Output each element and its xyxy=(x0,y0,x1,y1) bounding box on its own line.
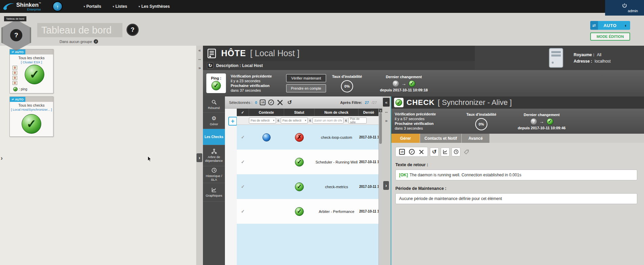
reload-icon[interactable]: ↻ xyxy=(207,62,213,69)
arrow-right-icon: → xyxy=(539,119,544,124)
auto-label: AUTO xyxy=(598,21,622,30)
widget-synchronizer[interactable]: ⇄ AUTO Tous les checks [ Local Host/Sync… xyxy=(9,96,53,137)
auto-badge[interactable]: ⇄ AUTO xyxy=(10,97,25,102)
edit-mode-button[interactable]: MODE ÉDITION xyxy=(590,32,630,41)
next-check-label: Prochaine vérification xyxy=(231,83,281,88)
page-title: Tableau de bord xyxy=(37,23,122,37)
column-contexte[interactable]: Contexte xyxy=(249,109,284,116)
row-select-check[interactable]: ✓ xyxy=(241,209,245,214)
menu-listes[interactable]: ▾ Listes xyxy=(113,4,127,9)
widget-cluster-esx[interactable]: ⇄ AUTO Tous les checks [ Cluster ESX ] 0… xyxy=(9,49,53,93)
check-date: 2017-10-11 1... xyxy=(359,125,379,150)
add-check-button[interactable]: + xyxy=(228,117,237,126)
flapping-value: 0% xyxy=(341,80,353,92)
row-select-check[interactable]: ✓ xyxy=(241,159,245,164)
shinken-logo[interactable]: Shinken™ Enterprise xyxy=(3,2,41,11)
prev-check-label: Vérification précédente xyxy=(231,74,281,79)
help-button[interactable]: ? xyxy=(127,24,139,36)
schedule-downtime-icon[interactable]: 15 xyxy=(399,149,405,155)
graph-icon[interactable] xyxy=(441,148,450,156)
acknowledge-icon[interactable]: ✓ xyxy=(268,100,274,105)
collapse-right-icon[interactable]: » xyxy=(383,118,390,123)
history-clock-icon[interactable] xyxy=(452,148,460,156)
auto-badge[interactable]: ⇄ AUTO xyxy=(10,49,25,54)
tag-icon[interactable] xyxy=(464,149,469,155)
auto-refresh-button[interactable]: ⇄ AUTO ◐ xyxy=(590,21,630,30)
tab-graphiques[interactable]: Graphiques xyxy=(203,183,225,202)
scroll-up-icon[interactable]: ▲ xyxy=(379,109,382,112)
check-name[interactable]: check-loop-custom xyxy=(315,125,359,150)
menu-syntheses-label: Les Synthèses xyxy=(141,4,170,9)
check-detail-panel: « ⇔ » › ✓ CHECK [ Synchronizer - Alive ]… xyxy=(382,96,644,265)
top-navbar: Shinken™ Enterprise ↑ ▾ Portails ▾ Liste… xyxy=(0,0,644,13)
username-label: admin xyxy=(628,9,638,13)
resize-horizontal-icon[interactable]: ⇔ xyxy=(383,109,390,114)
column-dernier[interactable]: Derniè xyxy=(359,109,379,116)
widget-target-link[interactable]: [ Cluster ESX ] xyxy=(10,60,53,64)
tab-historique-sla[interactable]: Historique / SLA xyxy=(203,166,225,183)
checks-toolbar: Sélectionnés : 0 15 ✓ ↺ Après Filtre: 27… xyxy=(225,96,382,109)
host-icon xyxy=(206,48,217,59)
widget-target-link[interactable]: [ Local Host/Synchronizer... ] xyxy=(10,108,53,111)
user-menu[interactable]: admin xyxy=(605,0,644,16)
acknowledge-icon[interactable]: ✓ xyxy=(409,149,415,155)
auto-badge-label: AUTO xyxy=(15,98,23,101)
tools-icon[interactable] xyxy=(419,149,424,155)
status-filter-select[interactable]: Pas de sélecti ▾ xyxy=(281,117,308,124)
tab-label: Arbre de dépendance xyxy=(204,155,224,162)
collapse-left-icon[interactable]: « xyxy=(383,98,390,107)
table-row[interactable]: ✓ ✗ check-loop-custom 2017-10-11 1... xyxy=(237,125,379,150)
tab-resume[interactable]: Résumé xyxy=(203,96,225,113)
expand-panel-handle[interactable]: › xyxy=(197,153,202,162)
date-filter-select[interactable]: Pas de séle xyxy=(348,117,367,124)
tools-icon[interactable] xyxy=(277,99,283,106)
reset-icon[interactable]: ↺ xyxy=(430,148,439,156)
row-select-check[interactable]: ✓ xyxy=(241,184,245,189)
table-scrollbar[interactable]: ▲ xyxy=(378,109,382,265)
table-row[interactable]: ✓ ✓ Scheduler - Running Well 2017-10-11 … xyxy=(237,150,379,174)
tab-gerer[interactable]: ⚙ Gérer xyxy=(203,113,225,129)
check-header: ✓ CHECK [ Synchronizer - Alive ] xyxy=(391,96,644,109)
check-name[interactable]: Arbiter - Performance xyxy=(315,199,359,224)
hexagon-help-icon[interactable]: ? xyxy=(10,29,22,41)
tab-gerer[interactable]: Gérer xyxy=(391,134,420,143)
menu-syntheses[interactable]: ▾ Les Synthèses xyxy=(139,4,170,9)
menu-portails[interactable]: ▾ Portails xyxy=(84,4,101,9)
ping-status-box[interactable]: Ping : ✓ xyxy=(206,73,226,93)
table-filter-row: Pas de sélecti ▾ & Pas de sélecti ▾ & & … xyxy=(237,116,379,125)
collapse-right-icon[interactable]: » xyxy=(196,65,203,70)
name-filter-input[interactable] xyxy=(313,117,344,124)
widget-title: Tous les checks xyxy=(10,56,53,60)
tab-arbre-dependance[interactable]: Arbre de dépendance xyxy=(203,145,225,166)
expand-left-panel-icon[interactable]: › xyxy=(1,155,3,162)
check-now-button[interactable]: Vérifier maintenant xyxy=(286,74,326,82)
scrollbar-thumb[interactable] xyxy=(379,113,382,144)
check-name[interactable]: check-metrics xyxy=(315,174,359,199)
tab-avance[interactable]: Avancé xyxy=(462,134,489,143)
reset-icon[interactable]: ↺ xyxy=(286,99,293,106)
table-row[interactable]: ✓ ✓ Arbiter - Performance 2017-10-11 1..… xyxy=(237,199,379,224)
context-filter-select[interactable]: Pas de sélecti ▾ xyxy=(249,117,276,124)
prev-check-label: Vérification précédente xyxy=(395,112,457,116)
resize-horizontal-icon[interactable]: ⇔ xyxy=(196,57,203,62)
tab-les-checks[interactable]: Les Checks xyxy=(203,129,225,145)
schedule-downtime-icon[interactable]: 15 xyxy=(260,100,266,105)
tab-contacts-notif[interactable]: Contacts et Notif xyxy=(420,134,461,143)
row-select-check[interactable]: ✓ xyxy=(241,135,245,140)
expand-panel-handle[interactable]: › xyxy=(383,181,389,190)
table-row[interactable]: ✓ ✓ check-metrics 2017-10-11 1... xyxy=(237,174,379,199)
collapse-left-icon[interactable]: « xyxy=(196,48,203,53)
check-name[interactable]: Scheduler - Running Well xyxy=(315,150,359,174)
host-description: Description : Local Host xyxy=(216,63,263,68)
widget-legend: ✓ : ping xyxy=(10,86,53,93)
info-icon[interactable]: i xyxy=(94,39,98,44)
column-statut[interactable]: Statut xyxy=(284,109,315,116)
output-box: [OK] The daemon is running well. Connect… xyxy=(395,170,637,180)
refresh-icon: ⇄ xyxy=(12,50,14,53)
select-all-header[interactable]: ✓ xyxy=(237,109,249,116)
scroll-top-button[interactable]: ↑ xyxy=(52,1,63,12)
acknowledge-button[interactable]: Prendre en compte xyxy=(286,84,326,92)
tabs-filler xyxy=(203,202,225,265)
refresh-icon: ⇄ xyxy=(590,21,598,30)
column-nom-de-check[interactable]: Nom de check xyxy=(315,109,359,116)
